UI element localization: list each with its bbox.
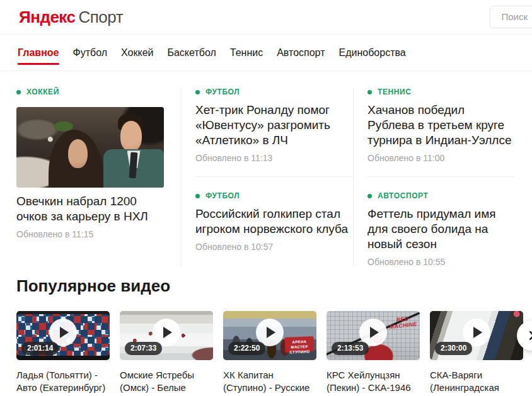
- video-duration-badge: 2:30:00: [435, 342, 472, 355]
- category-label: АВТОСПОРТ: [378, 191, 428, 200]
- video-title[interactable]: Омские Ястребы (Омск) - Белые Медведи (Ч…: [120, 369, 213, 396]
- tab-basketbol[interactable]: Баскетбол: [167, 47, 216, 71]
- story-updated-time: Обновлено в 10:57: [195, 242, 353, 252]
- video-duration-badge: 2:13:53: [332, 342, 369, 355]
- tab-avtosport[interactable]: Автоспорт: [277, 47, 325, 71]
- category-dot-icon: [195, 90, 200, 94]
- video-carousel: 2:01:14 Ладья (Тольятти) - Авто (Екатери…: [16, 311, 523, 396]
- video-title[interactable]: ХК Капитан (Ступино) - Русские Витязи (Ч…: [223, 369, 316, 396]
- video-thumbnail[interactable]: АРЕНА МАСТЕР СТУПИНО 2:22:50: [223, 311, 316, 360]
- category-dot-icon: [195, 194, 200, 198]
- search-button[interactable]: Поиск: [490, 6, 532, 28]
- story-divider: [367, 176, 514, 177]
- category-label: ФУТБОЛ: [205, 191, 240, 200]
- play-triangle-icon: [267, 327, 275, 338]
- video-card[interactable]: АРЕНА МАСТЕР СТУПИНО 2:22:50 ХК Капитан …: [223, 311, 316, 396]
- category-dot-icon: [367, 90, 372, 94]
- play-triangle-icon: [473, 327, 482, 338]
- thumbnail-banner-text: RED MACHINE: [388, 315, 417, 330]
- story-headline[interactable]: Российский голкипер стал игроком норвежс…: [195, 206, 353, 237]
- video-title[interactable]: КРС Хейлунцзян (Пекин) - СКА-1946 (Санкт…: [327, 369, 420, 396]
- play-triangle-icon: [370, 327, 379, 338]
- category-dot-icon: [367, 194, 372, 198]
- story-headline[interactable]: Хачанов победил Рублева в третьем круге …: [367, 103, 514, 148]
- stories-column-2: ФУТБОЛ Хет-трик Роналду помог «Ювентусу»…: [181, 88, 353, 267]
- story-headline[interactable]: Хет-трик Роналду помог «Ювентусу» разгро…: [195, 103, 353, 148]
- chevron-right-icon: [526, 330, 532, 341]
- video-title[interactable]: Ладья (Тольятти) - Авто (Екатеринбург): [16, 369, 110, 394]
- video-card[interactable]: 2:01:14 Ладья (Тольятти) - Авто (Екатери…: [16, 311, 110, 396]
- yandex-sport-logo[interactable]: ЯндексСпорт: [19, 8, 123, 27]
- category-label: ФУТБОЛ: [205, 88, 240, 96]
- thumbnail-banner-text: АРЕНА МАСТЕР СТУПИНО: [285, 336, 315, 353]
- tab-tennis[interactable]: Теннис: [230, 47, 263, 71]
- category-label: ХОККЕЙ: [26, 88, 59, 96]
- play-triangle-icon: [60, 327, 69, 338]
- category-link-football[interactable]: ФУТБОЛ: [195, 191, 353, 200]
- photo-shape: [68, 139, 88, 168]
- featured-story-column: ХОККЕЙ Овечкин набрал 1200 очков за карь…: [16, 88, 164, 267]
- video-title[interactable]: СКА-Варяги (Ленинградская область) - МХК…: [430, 369, 523, 396]
- category-link-hockey[interactable]: ХОККЕЙ: [16, 88, 164, 96]
- video-duration-badge: 2:01:14: [21, 342, 59, 355]
- site-header: ЯндексСпорт Поиск: [0, 0, 532, 35]
- play-triangle-icon: [163, 327, 172, 338]
- story-headline[interactable]: Овечкин набрал 1200 очков за карьеру в Н…: [16, 194, 164, 224]
- tab-glavnoe[interactable]: Главное: [18, 47, 59, 71]
- popular-videos-title: Популярное видео: [16, 277, 523, 295]
- video-thumbnail[interactable]: 2:01:14: [16, 311, 110, 360]
- category-link-football[interactable]: ФУТБОЛ: [195, 88, 353, 96]
- video-card[interactable]: RED MACHINE 2:13:53 КРС Хейлунцзян (Пеки…: [327, 311, 420, 396]
- top-stories-grid: ХОККЕЙ Овечкин набрал 1200 очков за карь…: [16, 88, 523, 267]
- category-link-autosport[interactable]: АВТОСПОРТ: [367, 191, 514, 200]
- tab-hokkey[interactable]: Хоккей: [121, 47, 153, 71]
- video-thumbnail[interactable]: RED MACHINE 2:13:53: [327, 311, 420, 360]
- story-divider: [195, 176, 353, 177]
- story-updated-time: Обновлено в 11:00: [367, 153, 514, 163]
- photo-shape: [120, 121, 142, 152]
- logo-sport: Спорт: [79, 8, 124, 26]
- category-link-tennis[interactable]: ТЕННИС: [367, 88, 514, 96]
- story-headline[interactable]: Феттель придумал имя для своего болида н…: [367, 206, 514, 252]
- video-thumbnail[interactable]: 2:30:00: [430, 311, 523, 360]
- featured-story-photo[interactable]: [16, 107, 164, 188]
- story-updated-time: Обновлено в 11:15: [16, 229, 164, 239]
- video-card[interactable]: 2:07:33 Омские Ястребы (Омск) - Белые Ме…: [120, 311, 213, 396]
- stories-column-3: ТЕННИС Хачанов победил Рублева в третьем…: [353, 88, 514, 267]
- video-thumbnail[interactable]: 2:07:33: [120, 311, 213, 360]
- sports-nav: Главное Футбол Хоккей Баскетбол Теннис А…: [0, 35, 532, 71]
- video-duration-badge: 2:07:33: [125, 342, 162, 355]
- video-card[interactable]: 2:30:00 СКА-Варяги (Ленинградская област…: [430, 311, 523, 396]
- main-content: ХОККЕЙ Овечкин набрал 1200 очков за карь…: [0, 88, 532, 396]
- logo-yandex: Яндекс: [19, 8, 76, 26]
- tab-edinoborstva[interactable]: Единоборства: [339, 47, 406, 71]
- tab-futbol[interactable]: Футбол: [73, 47, 108, 71]
- category-dot-icon: [16, 90, 21, 94]
- popular-videos-section: Популярное видео 2:01:14 Ладья (Тольятти…: [16, 277, 523, 396]
- category-label: ТЕННИС: [378, 88, 412, 96]
- story-updated-time: Обновлено в 10:55: [367, 257, 514, 267]
- story-updated-time: Обновлено в 11:13: [195, 153, 353, 163]
- video-duration-badge: 2:22:50: [228, 342, 265, 355]
